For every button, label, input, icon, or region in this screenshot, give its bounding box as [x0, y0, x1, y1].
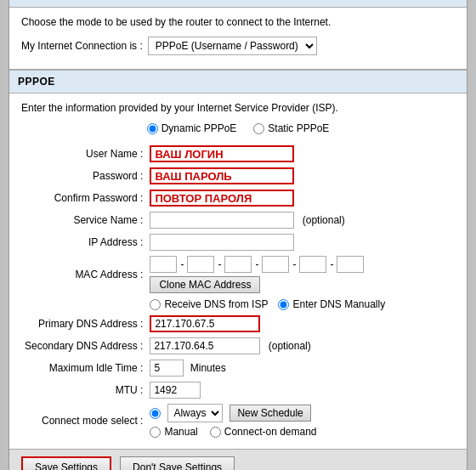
- dont-save-settings-button[interactable]: Don't Save Settings: [120, 456, 235, 470]
- password-input[interactable]: [150, 167, 294, 184]
- receive-dns-option[interactable]: Receive DNS from ISP: [150, 298, 268, 310]
- secondary-dns-optional: (optional): [269, 340, 311, 352]
- connect-mode-top-row: Always New Schedule: [150, 404, 451, 422]
- main-container: INTERNET CONNECTION TYPE Choose the mode…: [8, 0, 468, 470]
- pppoe-header: PPPOE: [9, 71, 467, 93]
- new-schedule-button[interactable]: New Schedule: [230, 405, 310, 422]
- mtu-row: MTU :: [21, 379, 455, 401]
- secondary-dns-label: Secondary DNS Address :: [21, 335, 146, 357]
- password-label: Password :: [21, 165, 146, 187]
- username-input-cell: [146, 143, 455, 165]
- pppoe-form-table: User Name : Password : Confirm Password …: [21, 143, 455, 440]
- mtu-input[interactable]: [150, 382, 201, 399]
- ip-address-label: IP Address :: [21, 231, 146, 253]
- always-option[interactable]: [150, 408, 161, 419]
- confirm-password-input[interactable]: [150, 190, 294, 207]
- username-input[interactable]: [150, 145, 294, 162]
- secondary-dns-input-cell: (optional): [146, 335, 455, 357]
- mac-address-input-cell: - - - - - Clone MAC Address: [146, 253, 455, 296]
- service-name-row: Service Name : (optional): [21, 209, 455, 231]
- receive-dns-radio[interactable]: [150, 299, 161, 310]
- internet-connection-body: Choose the mode to be used by the router…: [9, 8, 467, 69]
- ip-address-input-cell: [146, 231, 455, 253]
- enter-dns-option[interactable]: Enter DNS Manually: [278, 298, 385, 310]
- clone-mac-button[interactable]: Clone MAC Address: [150, 276, 260, 293]
- service-name-label: Service Name :: [21, 209, 146, 231]
- dns-radio-row: Receive DNS from ISP Enter DNS Manually: [21, 296, 455, 313]
- pppoe-desc: Enter the information provided by your I…: [21, 102, 455, 114]
- secondary-dns-input[interactable]: [150, 337, 260, 354]
- primary-dns-row: Primary DNS Address :: [21, 313, 455, 335]
- always-radio[interactable]: [150, 408, 161, 419]
- dynamic-pppoe-label: Dynamic PPPoE: [162, 122, 237, 134]
- secondary-dns-row: Secondary DNS Address : (optional): [21, 335, 455, 357]
- password-input-cell: [146, 165, 455, 187]
- connection-type-row: My Internet Connection is : PPPoE (Usern…: [21, 37, 455, 55]
- enter-dns-radio[interactable]: [278, 299, 289, 310]
- username-row: User Name :: [21, 143, 455, 165]
- receive-dns-label: Receive DNS from ISP: [164, 298, 268, 310]
- mac-address-row: MAC Address : - - - - -: [21, 253, 455, 296]
- internet-connection-desc: Choose the mode to be used by the router…: [21, 16, 455, 28]
- confirm-password-label: Confirm Password :: [21, 187, 146, 209]
- mac-seg-1[interactable]: [150, 256, 177, 273]
- mtu-input-cell: [146, 379, 455, 401]
- ip-address-input[interactable]: [150, 234, 294, 251]
- connect-mode-label: Connect mode select :: [21, 401, 146, 440]
- connect-mode-input-cell: Always New Schedule Manual: [146, 401, 455, 440]
- static-pppoe-option[interactable]: Static PPPoE: [253, 122, 329, 134]
- ip-address-row: IP Address :: [21, 231, 455, 253]
- always-select[interactable]: Always: [167, 404, 223, 422]
- max-idle-row: Maximum Idle Time : Minutes: [21, 357, 455, 379]
- enter-dns-label: Enter DNS Manually: [292, 298, 385, 310]
- primary-dns-input[interactable]: [150, 315, 260, 332]
- manual-option[interactable]: Manual: [150, 426, 197, 438]
- username-label: User Name :: [21, 143, 146, 165]
- pppoe-section: PPPOE Enter the information provided by …: [9, 69, 467, 449]
- confirm-password-row: Confirm Password :: [21, 187, 455, 209]
- connection-type-select[interactable]: PPPoE (Username / Password) Dynamic IP S…: [148, 37, 317, 55]
- connect-on-demand-label: Connect-on demand: [224, 426, 317, 438]
- confirm-password-input-cell: [146, 187, 455, 209]
- max-idle-label: Maximum Idle Time :: [21, 357, 146, 379]
- internet-connection-header: INTERNET CONNECTION TYPE: [9, 0, 467, 8]
- mac-seg-4[interactable]: [262, 256, 289, 273]
- primary-dns-label: Primary DNS Address :: [21, 313, 146, 335]
- mac-seg-6[interactable]: [337, 256, 364, 273]
- service-name-optional: (optional): [303, 214, 345, 226]
- save-settings-button[interactable]: Save Settings: [21, 456, 111, 470]
- mac-address-label: MAC Address :: [21, 253, 146, 296]
- minutes-label: Minutes: [190, 362, 226, 374]
- mac-seg-3[interactable]: [224, 256, 252, 273]
- pppoe-body: Enter the information provided by your I…: [9, 93, 467, 449]
- connect-on-demand-option[interactable]: Connect-on demand: [210, 426, 317, 438]
- connect-on-demand-radio[interactable]: [210, 427, 221, 438]
- max-idle-input[interactable]: [150, 360, 184, 377]
- dynamic-pppoe-option[interactable]: Dynamic PPPoE: [147, 122, 237, 134]
- primary-dns-input-cell: [146, 313, 455, 335]
- pppoe-type-row: Dynamic PPPoE Static PPPoE: [21, 122, 455, 134]
- footer-bar: Save Settings Don't Save Settings: [9, 449, 467, 470]
- mac-row: - - - - -: [150, 256, 451, 273]
- dynamic-pppoe-radio[interactable]: [147, 123, 158, 134]
- internet-connection-title: INTERNET CONNECTION TYPE: [18, 0, 180, 2]
- connect-mode-cell: Always New Schedule Manual: [150, 404, 451, 438]
- connect-mode-bottom-row: Manual Connect-on demand: [150, 426, 451, 438]
- dns-options-row: Receive DNS from ISP Enter DNS Manually: [150, 298, 451, 310]
- mtu-label: MTU :: [21, 379, 146, 401]
- connect-mode-row: Connect mode select : Always: [21, 401, 455, 440]
- connection-type-label: My Internet Connection is :: [21, 40, 143, 52]
- pppoe-title: PPPOE: [18, 76, 55, 88]
- static-pppoe-label: Static PPPoE: [268, 122, 329, 134]
- max-idle-input-cell: Minutes: [146, 357, 455, 379]
- manual-label: Manual: [164, 426, 197, 438]
- password-row: Password :: [21, 165, 455, 187]
- static-pppoe-radio[interactable]: [253, 123, 264, 134]
- mac-seg-2[interactable]: [187, 256, 214, 273]
- manual-radio[interactable]: [150, 427, 161, 438]
- service-name-input-cell: (optional): [146, 209, 455, 231]
- mac-seg-5[interactable]: [299, 256, 326, 273]
- service-name-input[interactable]: [150, 212, 294, 229]
